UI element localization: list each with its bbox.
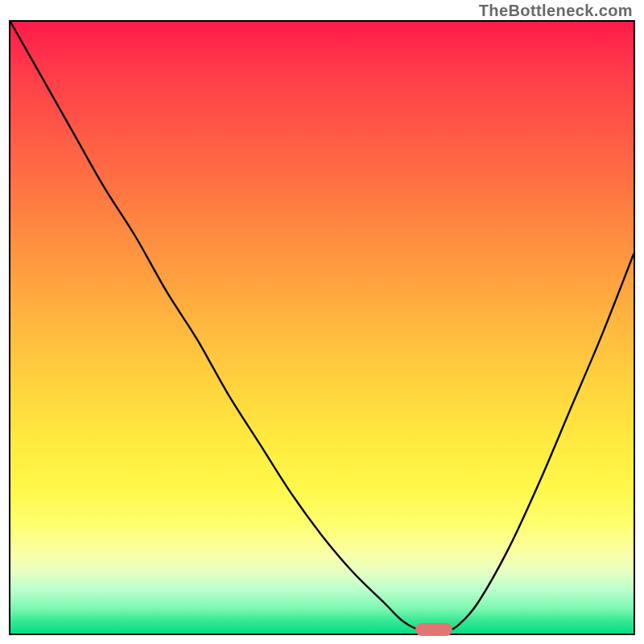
plot-area [9,20,635,635]
chart-stage: TheBottleneck.com [0,0,644,644]
curve-layer [10,22,634,634]
bottleneck-curve [10,22,634,631]
watermark-text: TheBottleneck.com [479,2,633,20]
optimal-point-marker [415,623,452,636]
